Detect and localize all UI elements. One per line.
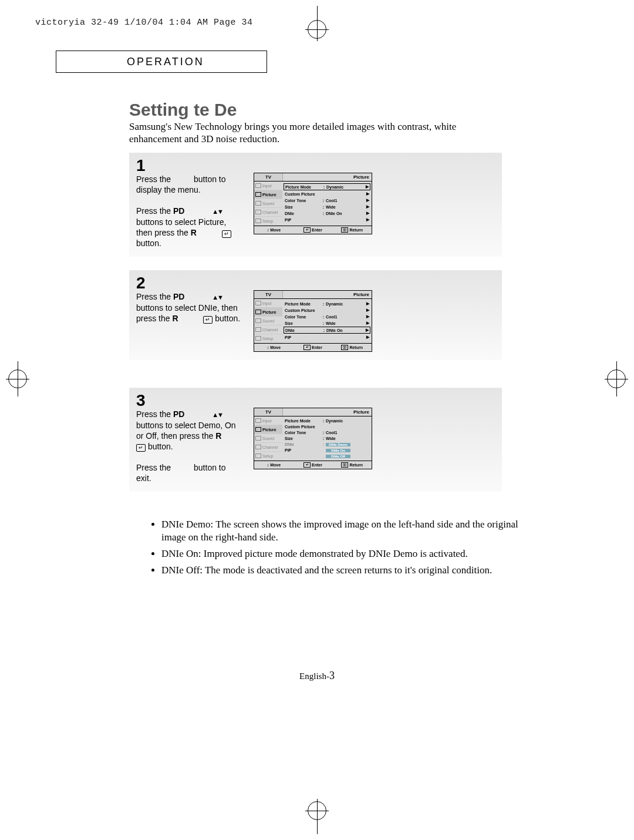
step-text: Press the PD ▲▼ buttons to select Demo, … bbox=[136, 408, 242, 483]
step-1: 1 Press the button to display the menu. … bbox=[129, 153, 502, 257]
step-text: Press the button to display the menu. Pr… bbox=[136, 173, 242, 248]
page-title: Setting te De bbox=[129, 100, 237, 120]
list-item: DNIe Demo: The screen shows the improved… bbox=[161, 518, 537, 544]
crop-mark-left bbox=[6, 367, 29, 391]
tv-osd-1: TVPicture Input Picture Sound Channel Se… bbox=[254, 173, 372, 234]
step-number: 2 bbox=[136, 276, 495, 290]
step-2: 2 Press the PD ▲▼ buttons to select DNIe… bbox=[129, 270, 502, 360]
page: victoryia 32-49 1/10/04 1:04 AM Page 34 … bbox=[0, 0, 634, 840]
intro-text: Samsung's New Technology brings you more… bbox=[129, 120, 505, 145]
tab-sound: Sound bbox=[254, 199, 282, 208]
tv-osd-3: TVPicture Input Picture Sound Channel Se… bbox=[254, 408, 372, 469]
step-3: 3 Press the PD ▲▼ buttons to select Demo… bbox=[129, 388, 502, 492]
print-header: victoryia 32-49 1/10/04 1:04 AM Page 34 bbox=[35, 18, 253, 28]
step-text: Press the PD ▲▼ buttons to select DNIe, … bbox=[136, 290, 242, 324]
tab-input: Input bbox=[254, 182, 282, 190]
tv-osd-2: TVPicture Input Picture Sound Channel Se… bbox=[254, 290, 372, 352]
step-number: 1 bbox=[136, 159, 495, 173]
list-item: DNIe On: Improved picture mode demonstra… bbox=[161, 547, 537, 560]
notes-list: DNIe Demo: The screen shows the improved… bbox=[138, 518, 537, 580]
section-label: OPERATION bbox=[56, 51, 267, 73]
crop-mark-top bbox=[305, 18, 329, 41]
crop-mark-bottom bbox=[305, 799, 329, 822]
page-number: English-3 bbox=[0, 670, 634, 682]
tab-picture: Picture bbox=[254, 190, 282, 199]
crop-mark-right bbox=[605, 367, 628, 391]
list-item: DNIe Off: The mode is deactivated and th… bbox=[161, 564, 537, 577]
tab-channel: Channel bbox=[254, 208, 282, 217]
step-number: 3 bbox=[136, 394, 495, 408]
tab-setup: Setup bbox=[254, 217, 282, 226]
